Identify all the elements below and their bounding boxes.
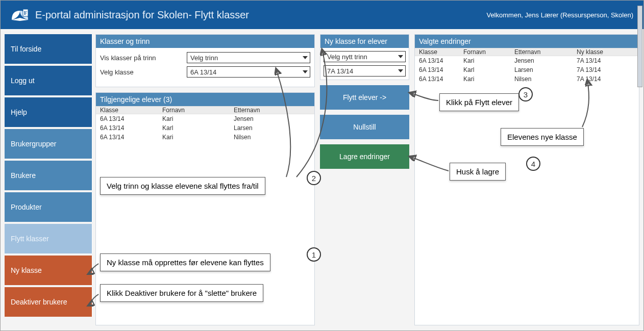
select-value: 6A 13/14 (190, 68, 216, 76)
sidebar-item-deactivate[interactable]: Deaktiver brukere (5, 287, 92, 317)
table-row[interactable]: 6A 13/14 Kari Jensen (96, 114, 314, 123)
row-choose-class: Velg klasse 6A 13/14 (100, 66, 310, 78)
select-class[interactable]: 6A 13/14 (187, 66, 310, 78)
table-row[interactable]: 6A 13/14 Kari Nilsen 7A 13/14 (415, 74, 639, 84)
sidebar-item-logout[interactable]: Logg ut (5, 66, 92, 95)
welcome-text: Velkommen, Jens Lærer (Ressursperson, Sk… (486, 11, 633, 19)
main: Klasser og trinn Vis klasser på trinn Ve… (92, 29, 643, 330)
reset-button[interactable]: Nullstill (320, 115, 409, 139)
table-row[interactable]: 6A 13/14 Karl Larsen (96, 123, 314, 133)
callout-6: Klikk Deaktiver brukere for å "slette" b… (100, 284, 263, 302)
col-nyklasse: Ny klasse (577, 48, 639, 56)
sidebar-item-label: Produkter (11, 203, 42, 211)
table-row[interactable]: 6A 13/14 Kari Nilsen (96, 133, 314, 142)
select-new-grade[interactable]: Velg nytt trinn (324, 51, 406, 62)
sidebar-item-help[interactable]: Hjelp (5, 97, 92, 127)
sidebar-item-label: Flytt klasser (11, 235, 49, 243)
sidebar-item-newclass[interactable]: Ny klasse (5, 256, 92, 285)
callout-1: Ny klasse må opprettes før elevene kan f… (100, 253, 270, 271)
move-students-button[interactable]: Flytt elever -> (320, 85, 409, 110)
sidebar-item-home[interactable]: Til forside (5, 34, 92, 64)
callout-num-1: 1 (307, 247, 321, 262)
label-show-grade: Vis klasser på trinn (100, 54, 187, 62)
sidebar-item-label: Brukere (11, 171, 36, 180)
select-new-class[interactable]: 7A 13/14 (324, 65, 406, 77)
chevron-down-icon (398, 55, 403, 58)
column-changes: Valgte endringer Klasse Fornavn Etternav… (414, 34, 639, 325)
label-choose-class: Velg klasse (100, 68, 187, 76)
app-title: E-portal administrasjon for Skolen- Flyt… (35, 9, 249, 21)
app-window: F E-portal administrasjon for Skolen- Fl… (0, 0, 644, 331)
callout-2: Velg trinn og klasse elevene skal flytte… (100, 177, 265, 195)
panel-selected-changes: Valgte endringer Klasse Fornavn Etternav… (414, 34, 639, 325)
sidebar-item-moveclasses[interactable]: Flytt klasser (5, 224, 92, 253)
sidebar-item-label: Til forside (11, 45, 41, 53)
panel-header: Ny klasse for elever (320, 35, 409, 48)
col-klasse: Klasse (415, 48, 463, 56)
column-actions: Ny klasse for elever Velg nytt trinn 7A … (320, 34, 409, 325)
sidebar-item-usergroups[interactable]: Brukergrupper (5, 129, 92, 159)
select-value: 7A 13/14 (327, 67, 353, 75)
callout-5: Elevenes nye klasse (501, 128, 584, 146)
table-row[interactable]: 6A 13/14 Kari Jensen 7A 13/14 (415, 56, 639, 65)
sidebar-item-label: Logg ut (11, 77, 35, 85)
panel-header: Tilgjengelige elever (3) (96, 93, 314, 106)
callout-3: Klikk på Flytt elever (439, 93, 519, 111)
sidebar-item-products[interactable]: Produkter (5, 192, 92, 222)
panel-body: Velg nytt trinn 7A 13/14 (320, 48, 409, 80)
select-value: Velg nytt trinn (327, 53, 367, 61)
panel-header: Valgte endringer (415, 35, 639, 48)
row-show-grade: Vis klasser på trinn Velg trinn (100, 52, 310, 63)
chevron-down-icon (303, 70, 308, 73)
svg-text:F: F (24, 10, 28, 16)
logo-icon: F (11, 8, 29, 22)
panel-new-class: Ny klasse for elever Velg nytt trinn 7A … (320, 34, 409, 80)
select-value: Velg trinn (190, 54, 218, 62)
chevron-down-icon (398, 69, 403, 72)
col-etternavn: Etternavn (234, 107, 314, 114)
panel-header: Klasser og trinn (96, 35, 314, 48)
panel-body: Vis klasser på trinn Velg trinn Velg kla… (96, 48, 314, 87)
table-row[interactable]: 6A 13/14 Karl Larsen 7A 13/14 (415, 65, 639, 74)
col-fornavn: Fornavn (463, 48, 514, 56)
sidebar-item-users[interactable]: Brukere (5, 161, 92, 190)
callout-num-2: 2 (307, 171, 321, 185)
table-header: Klasse Fornavn Etternavn (96, 106, 314, 114)
callout-num-4: 4 (526, 157, 540, 171)
sidebar: Til forside Logg ut Hjelp Brukergrupper … (1, 29, 92, 330)
callout-4: Husk å lagre (450, 163, 506, 181)
body: Til forside Logg ut Hjelp Brukergrupper … (1, 29, 643, 330)
scroll-handle[interactable] (637, 6, 642, 87)
select-grade[interactable]: Velg trinn (187, 52, 310, 63)
panel-classes-grade: Klasser og trinn Vis klasser på trinn Ve… (95, 34, 315, 87)
col-fornavn: Fornavn (162, 107, 234, 114)
topbar: F E-portal administrasjon for Skolen- Fl… (1, 1, 643, 29)
sidebar-item-label: Deaktiver brukere (11, 298, 67, 306)
table-header: Klasse Fornavn Etternavn Ny klasse (415, 48, 639, 56)
chevron-down-icon (303, 56, 308, 59)
sidebar-item-label: Ny klasse (11, 266, 42, 274)
sidebar-item-label: Brukergrupper (11, 140, 57, 148)
sidebar-item-label: Hjelp (11, 108, 27, 116)
callout-num-3: 3 (518, 87, 533, 101)
col-klasse: Klasse (96, 107, 162, 114)
col-etternavn: Etternavn (514, 48, 577, 56)
save-button[interactable]: Lagre endringer (320, 144, 409, 169)
